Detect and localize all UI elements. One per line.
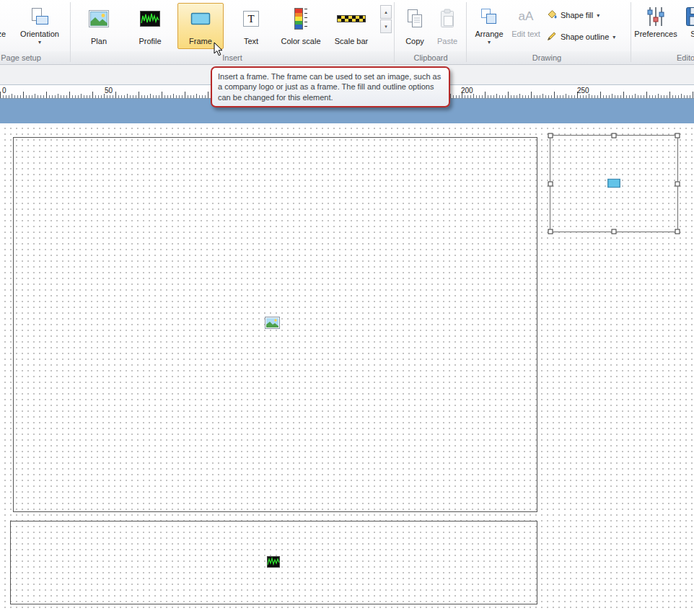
gallery-up-icon: ▴ — [385, 9, 387, 15]
tooltip-text: Insert a frame. The frame can be used to… — [218, 72, 441, 102]
save-icon — [685, 5, 694, 28]
paste-icon — [439, 6, 455, 32]
group-separator — [631, 2, 631, 62]
group-label-editor: Edito — [677, 53, 694, 62]
ribbon: ize Orientation ▾ Page setup — [0, 0, 694, 65]
insert-profile-button[interactable]: Profile — [127, 3, 173, 49]
arrange-button[interactable]: Arrange ▾ — [470, 3, 508, 49]
orientation-label: Orientation — [20, 30, 59, 38]
ruler-label: 250 — [577, 87, 589, 94]
application-window: ize Orientation ▾ Page setup — [0, 0, 694, 616]
resize-handle[interactable] — [675, 181, 680, 186]
page-edge — [0, 610, 694, 616]
group-label-clipboard: Clipboard — [402, 53, 460, 62]
ruler-label: 50 — [105, 87, 113, 94]
text-icon: T — [243, 6, 259, 32]
profile-placeholder-icon — [267, 556, 280, 569]
plan-placeholder-icon — [265, 317, 280, 330]
tooltip: Insert a frame. The frame can be used to… — [211, 66, 450, 107]
frame-rect-icon — [190, 6, 211, 32]
shape-outline-label: Shape outline — [561, 32, 609, 41]
resize-handle[interactable] — [548, 133, 553, 138]
mouse-cursor-icon — [214, 42, 224, 58]
ruler-label: 0 — [2, 87, 6, 94]
profile-waveform-icon — [140, 6, 160, 32]
plan-image-icon — [89, 6, 109, 32]
save-label: Sa — [690, 30, 694, 38]
page-size-button[interactable]: ize — [0, 3, 20, 49]
page-size-label: ize — [0, 30, 6, 38]
chevron-down-icon: ▾ — [612, 34, 615, 40]
gallery-up-button[interactable]: ▴ — [380, 5, 392, 19]
insert-text-button[interactable]: T Text — [228, 3, 274, 49]
save-button[interactable]: Sa — [680, 3, 694, 49]
shape-fill-button[interactable]: Shape fill ▾ — [547, 9, 599, 22]
resize-handle[interactable] — [612, 133, 617, 138]
gallery-down-icon: ▾ — [385, 24, 387, 30]
scale-bar-icon — [337, 6, 366, 32]
shape-fill-label: Shape fill — [561, 11, 593, 19]
group-label-page-setup: Page setup — [0, 53, 42, 62]
color-scale-icon — [294, 6, 307, 32]
chevron-down-icon: ▾ — [488, 39, 491, 45]
orientation-icon — [30, 5, 49, 28]
pencil-icon — [547, 31, 557, 43]
edit-text-label: Edit text — [511, 30, 540, 38]
resize-handle[interactable] — [548, 181, 553, 186]
selected-frame[interactable] — [550, 135, 678, 232]
insert-color-scale-button[interactable]: Color scale — [278, 3, 324, 49]
frame-placeholder-icon — [607, 178, 620, 189]
chevron-down-icon: ▾ — [597, 12, 599, 19]
group-separator — [70, 2, 71, 62]
paint-bucket-icon — [547, 9, 557, 21]
preferences-button[interactable]: Preferences — [635, 3, 677, 49]
arrange-label: Arrange — [475, 30, 503, 38]
orientation-button[interactable]: Orientation ▾ — [19, 3, 61, 49]
copy-label: Copy — [405, 37, 424, 45]
resize-handle[interactable] — [612, 229, 617, 234]
paste-label: Paste — [437, 37, 457, 45]
layout-canvas[interactable] — [0, 123, 694, 616]
arrange-icon — [480, 5, 498, 28]
paste-button[interactable]: Paste — [431, 3, 464, 49]
insert-color-scale-label: Color scale — [281, 37, 320, 45]
insert-scale-bar-label: Scale bar — [335, 37, 368, 45]
preferences-label: Preferences — [634, 30, 677, 38]
insert-plan-label: Plan — [91, 37, 107, 45]
group-separator — [466, 2, 467, 62]
ribbon-label-strip — [0, 51, 694, 64]
resize-handle[interactable] — [675, 133, 680, 138]
gallery-down-button[interactable]: ▾ — [380, 19, 392, 33]
insert-plan-button[interactable]: Plan — [76, 3, 122, 49]
insert-text-label: Text — [244, 37, 258, 45]
shape-outline-button[interactable]: Shape outline ▾ — [547, 30, 615, 43]
insert-gallery-scroll: ▴ ▾ — [380, 5, 392, 33]
insert-scale-bar-button[interactable]: Scale bar — [327, 3, 376, 49]
edit-text-button[interactable]: aA Edit text — [508, 3, 544, 49]
copy-icon — [406, 6, 423, 32]
insert-profile-label: Profile — [139, 37, 161, 45]
resize-handle[interactable] — [675, 229, 680, 234]
insert-frame-label: Frame — [189, 37, 212, 45]
edit-text-icon: aA — [519, 5, 534, 28]
ruler-label: 200 — [461, 87, 473, 94]
group-label-drawing: Drawing — [518, 53, 576, 62]
resize-handle[interactable] — [548, 229, 553, 234]
chevron-down-icon: ▾ — [38, 39, 41, 45]
copy-button[interactable]: Copy — [398, 3, 431, 49]
sliders-icon — [646, 5, 665, 28]
group-separator — [394, 2, 395, 62]
